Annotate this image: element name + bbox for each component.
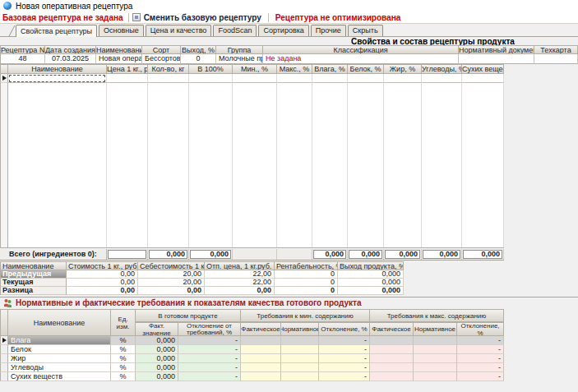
normative-document-value[interactable] bbox=[459, 54, 534, 64]
col-price-per-kg[interactable]: Цена 1 кг., р... bbox=[107, 64, 148, 74]
col-carbs[interactable]: Углеводы, % bbox=[422, 64, 462, 74]
quality-unit: % bbox=[111, 345, 136, 354]
grid-column bbox=[277, 83, 312, 247]
col-normative-document[interactable]: Нормативный документ bbox=[459, 45, 534, 54]
tab-foodscan[interactable]: FoodScan bbox=[213, 25, 257, 36]
col-min-fact[interactable]: Фактическое bbox=[241, 322, 281, 336]
col-group[interactable]: Группа bbox=[216, 45, 263, 54]
quality-min-normative bbox=[281, 363, 319, 372]
quality-min-normative bbox=[281, 336, 319, 345]
ingredient-moisture-cell[interactable] bbox=[312, 74, 348, 83]
col-in-100[interactable]: В 100% bbox=[189, 64, 233, 74]
tab-main[interactable]: Основные bbox=[99, 25, 144, 36]
col-classification[interactable]: Классификация bbox=[263, 45, 459, 54]
quality-deviation: - bbox=[178, 336, 241, 345]
quality-max-fact bbox=[370, 345, 414, 354]
col-solids[interactable]: Сухих вещес... bbox=[462, 64, 504, 74]
col-product-yield[interactable]: Выход продукта, % bbox=[338, 261, 404, 270]
recipe-number-value[interactable]: 48 bbox=[0, 54, 45, 64]
ingredient-name-cell[interactable] bbox=[8, 74, 107, 83]
col-deviation-from-req[interactable]: Отклонение от требований, % bbox=[178, 322, 241, 336]
col-min-deviation[interactable]: Отклонение, % bbox=[319, 322, 370, 336]
quality-max-deviation: - bbox=[457, 363, 504, 372]
ingredient-price-cell[interactable] bbox=[107, 74, 148, 83]
col-min-pct[interactable]: Мин., % bbox=[233, 64, 277, 74]
ingredient-protein-cell[interactable] bbox=[348, 74, 384, 83]
quality-row-solids[interactable]: Сухих веществ % 0,000 - - - bbox=[0, 372, 504, 381]
tab-other[interactable]: Прочие bbox=[311, 25, 346, 36]
tab-hide[interactable]: Скрыть bbox=[348, 25, 383, 36]
ingredients-totals-row: Всего (ингредиентов 0): 0,000 0,000 0,00… bbox=[0, 249, 504, 261]
creation-date-value[interactable]: 07.03.2025 bbox=[45, 54, 96, 64]
col-comp-name[interactable]: Наименование bbox=[1, 261, 67, 270]
col-recipe-number[interactable]: Рецептура № bbox=[0, 45, 45, 54]
ingredient-max-cell[interactable] bbox=[277, 74, 312, 83]
ingredient-fat-cell[interactable] bbox=[384, 74, 422, 83]
quality-min-normative bbox=[281, 345, 319, 354]
col-techcard[interactable]: Техкарта bbox=[534, 45, 578, 54]
quality-min-fact bbox=[241, 336, 281, 345]
col-unit[interactable]: Ед. изм. bbox=[111, 309, 136, 336]
grade-value[interactable]: Бессортовой bbox=[142, 54, 181, 64]
current-sell-price: 22,00 bbox=[205, 279, 275, 287]
tab-strip-slant bbox=[2, 25, 16, 36]
col-max-pct[interactable]: Макс., % bbox=[277, 64, 312, 74]
col-cost[interactable]: Стоимость 1 кг., руб. bbox=[67, 261, 138, 270]
quality-row-moisture[interactable]: Влага % 0,000 - - - bbox=[0, 336, 504, 345]
quality-row-fat[interactable]: Жир % 0,000 - - - bbox=[0, 354, 504, 363]
totals-carbs-value: 0,000 bbox=[423, 250, 460, 259]
comparison-row-previous[interactable]: Предыдущая 0,00 20,00 22,00 0 0,000 bbox=[1, 270, 403, 279]
col-grade[interactable]: Сорт bbox=[142, 45, 181, 54]
change-base-recipe-button[interactable]: Сменить базовую рецептуру bbox=[132, 13, 261, 22]
row-indicator bbox=[0, 363, 8, 372]
ingredient-min-cell[interactable] bbox=[233, 74, 277, 83]
ingredient-insert-row[interactable] bbox=[0, 74, 504, 83]
techcard-value[interactable] bbox=[534, 54, 578, 64]
comparison-row-current[interactable]: Текущая 0,00 20,00 22,00 0 0,000 bbox=[1, 279, 403, 287]
col-fat[interactable]: Жир, % bbox=[384, 64, 422, 74]
current-row-indicator bbox=[0, 74, 8, 83]
ingredient-solids-cell[interactable] bbox=[462, 74, 504, 83]
window-title: Новая оперативная рецептура bbox=[16, 2, 132, 11]
col-max-deviation[interactable]: Отклонение, % bbox=[457, 322, 504, 336]
tab-sorting[interactable]: Сортировка bbox=[258, 25, 308, 36]
totals-carbs-cell: 0,000 bbox=[422, 249, 462, 260]
ingredient-carbs-cell[interactable] bbox=[422, 74, 462, 83]
col-profitability[interactable]: Рентабельность, % bbox=[275, 261, 338, 270]
quality-min-fact bbox=[241, 354, 281, 363]
col-max-fact[interactable]: Фактическое bbox=[370, 322, 414, 336]
col-self-cost[interactable]: Себестоимость 1 кг., руб. bbox=[138, 261, 205, 270]
col-creation-date[interactable]: Дата создания bbox=[45, 45, 96, 54]
totals-quantity-cell: 0,000 bbox=[148, 249, 189, 260]
col-fact-value[interactable]: Факт. значение bbox=[136, 322, 178, 336]
col-ingredient-name[interactable]: Наименование bbox=[8, 64, 107, 74]
col-min-normative[interactable]: Нормативное bbox=[281, 322, 319, 336]
comparison-row-difference[interactable]: Разница 0,00 0,00 0,00 0 0,000 bbox=[1, 287, 403, 295]
quality-min-deviation: - bbox=[319, 336, 370, 345]
col-name[interactable]: Наименование bbox=[96, 45, 142, 54]
tab-strip: Свойства рецептуры Основные Цена и качес… bbox=[0, 24, 578, 37]
col-quantity-kg[interactable]: Кол-во, кг bbox=[148, 64, 189, 74]
ingredient-quantity-cell[interactable] bbox=[148, 74, 189, 83]
col-max-normative[interactable]: Нормативное bbox=[414, 322, 457, 336]
classification-value[interactable]: Не задана bbox=[263, 54, 459, 64]
row-indicator bbox=[0, 372, 8, 381]
col-moisture[interactable]: Влага, % bbox=[312, 64, 348, 74]
quality-row-protein[interactable]: Белок % 0,000 - - - bbox=[0, 345, 504, 354]
yield-value[interactable]: 0 bbox=[181, 54, 216, 64]
totals-in100-cell: 0,000 bbox=[189, 249, 233, 260]
ingredients-grid-body[interactable] bbox=[0, 83, 504, 248]
group-value[interactable]: Молочные прод... bbox=[216, 54, 263, 64]
col-quality-name[interactable]: Наименование bbox=[8, 309, 111, 336]
col-yield[interactable]: Выход, % bbox=[181, 45, 216, 54]
previous-cost: 0,00 bbox=[67, 270, 138, 279]
quality-section-title-row: Нормативные и фактические требования к п… bbox=[3, 298, 362, 307]
col-sell-price[interactable]: Отп. цена, 1 кг.руб. (вы... bbox=[205, 261, 275, 270]
recipe-name-value[interactable]: Новая операти... bbox=[96, 54, 142, 64]
tab-price-quality[interactable]: Цена и качество bbox=[146, 25, 212, 36]
quality-row-carbs[interactable]: Углеводы % 0,000 - - - bbox=[0, 363, 504, 372]
tab-recipe-properties[interactable]: Свойства рецептуры bbox=[16, 25, 97, 37]
row-label-previous: Предыдущая bbox=[1, 270, 67, 279]
ingredient-in100-cell[interactable] bbox=[189, 74, 233, 83]
col-protein[interactable]: Белок, % bbox=[348, 64, 384, 74]
